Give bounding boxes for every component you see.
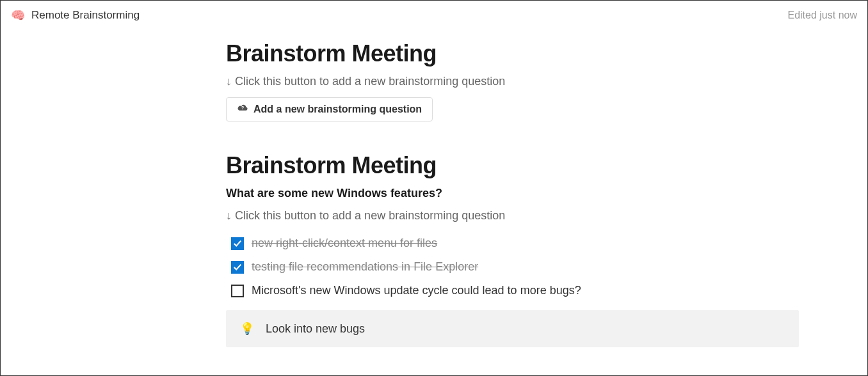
- document-body[interactable]: Brainstorm Meeting ↓ Click this button t…: [226, 27, 799, 347]
- instruction-text-1[interactable]: ↓ Click this button to add a new brainst…: [226, 75, 799, 88]
- add-button-label: Add a new brainstorming question: [253, 104, 422, 115]
- check-item[interactable]: Microsoft's new Windows update cycle cou…: [226, 279, 799, 302]
- question-heading[interactable]: What are some new Windows features?: [226, 187, 799, 200]
- instruction-text-2[interactable]: ↓ Click this button to add a new brainst…: [226, 209, 799, 223]
- check-item[interactable]: testing file recommendations in File Exp…: [226, 255, 799, 279]
- checkbox-unchecked[interactable]: [231, 285, 244, 297]
- check-item-label[interactable]: new right-click/context menu for files: [252, 237, 437, 250]
- edit-status: Edited just now: [787, 10, 857, 21]
- checkbox-checked[interactable]: [231, 237, 244, 250]
- callout-block[interactable]: 💡 Look into new bugs: [226, 310, 799, 347]
- section-2: Brainstorm Meeting What are some new Win…: [226, 152, 799, 347]
- svg-text:?: ?: [241, 105, 245, 111]
- callout-text[interactable]: Look into new bugs: [266, 322, 365, 336]
- header-bar: 🧠 Remote Brainstorming Edited just now: [1, 1, 867, 27]
- checkbox-checked[interactable]: [231, 261, 244, 274]
- page-heading-2[interactable]: Brainstorm Meeting: [226, 152, 799, 179]
- document-title[interactable]: Remote Brainstorming: [31, 9, 140, 22]
- lightbulb-icon: 💡: [240, 322, 254, 336]
- question-cloud-icon: ?: [237, 103, 248, 116]
- header-left: 🧠 Remote Brainstorming: [11, 8, 140, 22]
- brain-icon: 🧠: [11, 8, 25, 22]
- check-item-label[interactable]: Microsoft's new Windows update cycle cou…: [252, 284, 581, 297]
- checklist: new right-click/context menu for files t…: [226, 231, 799, 302]
- page-heading-1[interactable]: Brainstorm Meeting: [226, 40, 799, 67]
- add-question-button[interactable]: ? Add a new brainstorming question: [226, 97, 433, 121]
- check-item-label[interactable]: testing file recommendations in File Exp…: [252, 260, 478, 274]
- check-item[interactable]: new right-click/context menu for files: [226, 231, 799, 255]
